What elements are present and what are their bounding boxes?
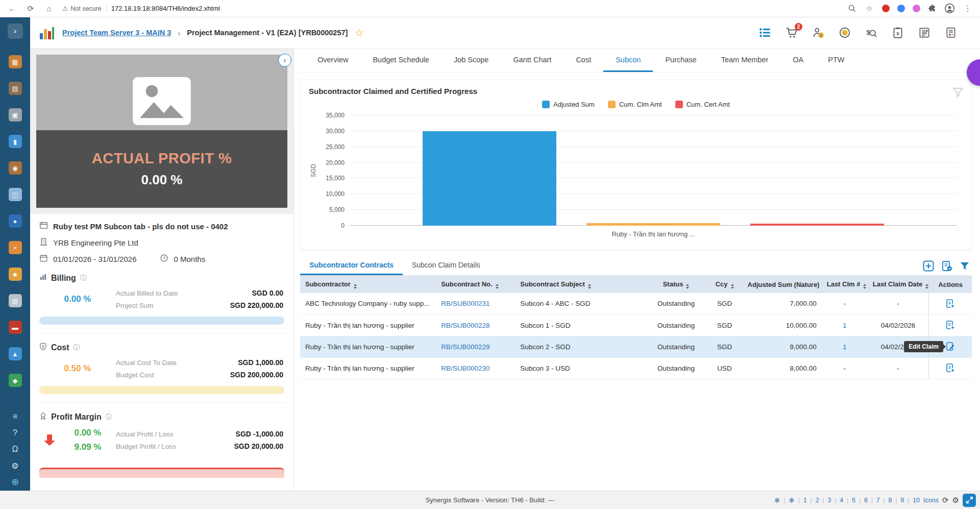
user-finance-icon[interactable]: $ bbox=[812, 26, 825, 39]
folder-icon[interactable]: ◆ bbox=[9, 374, 22, 387]
tab-overview[interactable]: Overview bbox=[305, 49, 360, 72]
add-claim-icon[interactable] bbox=[945, 299, 955, 309]
chart-filter-icon[interactable] bbox=[952, 86, 964, 101]
settings-gear-icon[interactable]: ⚙ bbox=[952, 496, 959, 505]
page-link-3[interactable]: 3 bbox=[827, 497, 831, 504]
apps-icon[interactable]: ● bbox=[9, 214, 22, 228]
page-link-8[interactable]: 8 bbox=[889, 497, 892, 504]
subcontract-link[interactable]: RB/SUB000228 bbox=[441, 322, 489, 329]
tab-subcon-claim-details[interactable]: Subcon Claim Details bbox=[403, 256, 489, 275]
tab-ptw[interactable]: PTW bbox=[816, 49, 856, 72]
zoom-icon[interactable] bbox=[848, 4, 856, 13]
torch-icon[interactable]: ▮ bbox=[9, 135, 22, 148]
page-link-7[interactable]: 7 bbox=[876, 497, 880, 504]
cell-last_clm[interactable]: 1 bbox=[822, 314, 868, 336]
help-icon[interactable]: ? bbox=[9, 427, 21, 439]
col-header-subcontractor[interactable]: Subcontractor bbox=[300, 276, 436, 293]
page-link-10[interactable]: 10 bbox=[913, 497, 920, 504]
legend-item-cum-clm-amt[interactable]: Cum. Clm Amt bbox=[608, 101, 662, 108]
breadcrumb-root-link[interactable]: Project Team Server 3 - MAIN 3 bbox=[62, 29, 171, 37]
address-bar[interactable]: ⚠ Not secure 172.18.19.18:8084/TH6/index… bbox=[62, 5, 220, 12]
package-icon[interactable]: ■ bbox=[9, 268, 22, 281]
snowflake-icon[interactable]: ❄ bbox=[789, 496, 795, 504]
refresh-footer-icon[interactable]: ⟳ bbox=[942, 496, 949, 505]
cell-no[interactable]: RB/SUB000229 bbox=[436, 336, 515, 357]
tab-oa[interactable]: OA bbox=[780, 49, 816, 72]
cart-icon[interactable]: 2 bbox=[785, 26, 798, 39]
page-link-5[interactable]: 5 bbox=[852, 497, 855, 504]
legend-item-cum-cert-amt[interactable]: Cum. Cert Amt bbox=[675, 101, 730, 108]
tab-team-member[interactable]: Team Member bbox=[709, 49, 781, 72]
last-claim-link[interactable]: 1 bbox=[843, 322, 847, 329]
snowflake-icon[interactable]: ❄ bbox=[774, 496, 780, 504]
coin-icon[interactable] bbox=[838, 26, 851, 39]
cell-last_clm[interactable]: 1 bbox=[822, 336, 868, 357]
panel-collapse-button[interactable]: ‹ bbox=[278, 54, 291, 67]
billing-clipboard-icon[interactable]: $ bbox=[891, 26, 904, 39]
page-link-2[interactable]: 2 bbox=[816, 497, 819, 504]
legend-item-adjusted-sum[interactable]: Adjusted Sum bbox=[542, 101, 595, 108]
photos-icon[interactable]: ◫ bbox=[9, 188, 22, 201]
tools-icon[interactable]: × bbox=[9, 241, 22, 254]
extension-red-icon[interactable] bbox=[882, 5, 890, 12]
bookmark-star-icon[interactable]: ☆ bbox=[864, 4, 874, 13]
extension-pink-icon[interactable] bbox=[913, 5, 920, 12]
page-link-4[interactable]: 4 bbox=[840, 497, 843, 504]
profile-icon[interactable] bbox=[944, 3, 955, 14]
subcontract-link[interactable]: RB/SUB000230 bbox=[441, 365, 489, 372]
add-claim-icon[interactable] bbox=[945, 363, 955, 373]
col-header-ccy[interactable]: Ccy bbox=[707, 276, 743, 293]
table-row[interactable]: Ruby - Trần thị lan hương - supplierRB/S… bbox=[300, 314, 972, 336]
last-claim-link[interactable]: 1 bbox=[843, 343, 847, 351]
col-header-status[interactable]: Status bbox=[645, 276, 706, 293]
report-icon[interactable] bbox=[944, 26, 958, 39]
clipboard-icon[interactable]: ▥ bbox=[9, 294, 22, 307]
fullscreen-button[interactable] bbox=[963, 494, 976, 507]
info-icon[interactable]: ⓘ bbox=[74, 343, 80, 352]
dollar-search-icon[interactable]: $ bbox=[865, 26, 878, 39]
info-icon[interactable]: ⓘ bbox=[80, 274, 87, 283]
team-icon[interactable]: ◉ bbox=[9, 161, 22, 175]
news-icon[interactable] bbox=[918, 26, 931, 39]
table-filter-icon[interactable] bbox=[960, 261, 970, 271]
col-header-last-claim-date[interactable]: Last Claim Date bbox=[868, 276, 929, 293]
menu-icon[interactable]: ≡ bbox=[9, 411, 21, 422]
tab-job-scope[interactable]: Job Scope bbox=[442, 49, 501, 72]
icons-link[interactable]: Icons bbox=[923, 497, 939, 504]
favorite-star-icon[interactable]: ☆ bbox=[354, 27, 363, 39]
gear-icon[interactable]: ⚙ bbox=[9, 460, 21, 471]
cell-no[interactable]: RB/SUB000228 bbox=[436, 314, 515, 336]
extension-blue-icon[interactable] bbox=[897, 5, 905, 12]
tab-gantt-chart[interactable]: Gantt Chart bbox=[501, 49, 564, 72]
tab-subcon[interactable]: Subcon bbox=[603, 49, 653, 72]
add-claim-icon[interactable] bbox=[945, 320, 955, 330]
refresh-icon[interactable]: ⟳ bbox=[26, 4, 36, 13]
col-header-actions[interactable]: Actions bbox=[929, 276, 972, 293]
info-icon[interactable]: ⓘ bbox=[106, 413, 112, 422]
tab-purchase[interactable]: Purchase bbox=[653, 49, 708, 72]
page-link-9[interactable]: 9 bbox=[900, 497, 904, 504]
back-icon[interactable]: ← bbox=[7, 4, 17, 13]
col-header-subcontract-no[interactable]: Subcontract No. bbox=[436, 276, 515, 293]
tab-subcontractor-contracts[interactable]: Subcontractor Contracts bbox=[300, 256, 403, 275]
projects-icon[interactable]: ▦ bbox=[9, 55, 22, 68]
table-row[interactable]: ABC Technology Company - ruby supp...RB/… bbox=[300, 293, 972, 314]
globe-icon[interactable]: ⊕ bbox=[9, 476, 21, 488]
add-subcontract-icon[interactable] bbox=[923, 260, 934, 272]
task-list-icon[interactable] bbox=[758, 26, 772, 39]
claims-report-icon[interactable] bbox=[941, 260, 952, 272]
table-row[interactable]: Ruby - Trần thị lan hương - supplierRB/S… bbox=[300, 336, 972, 357]
menu-dots-icon[interactable]: ⋮ bbox=[963, 4, 973, 13]
cart-side-icon[interactable]: ▲ bbox=[9, 347, 22, 360]
subcontract-link[interactable]: RB/SUB000231 bbox=[441, 300, 489, 307]
tab-budget-schedule[interactable]: Budget Schedule bbox=[360, 49, 441, 72]
page-link-6[interactable]: 6 bbox=[864, 497, 868, 504]
sidebar-expand-button[interactable]: › bbox=[8, 23, 23, 39]
col-header-subcontract-subject[interactable]: Subcontract Subject bbox=[515, 276, 645, 293]
tab-cost[interactable]: Cost bbox=[564, 49, 603, 72]
security-status[interactable]: ⚠ Not secure bbox=[62, 5, 102, 12]
home-icon[interactable]: ⌂ bbox=[44, 4, 54, 13]
table-row[interactable]: Ruby - Trần thị lan hương - supplierRB/S… bbox=[300, 357, 972, 379]
col-header-last-clm[interactable]: Last Clm # bbox=[822, 276, 868, 293]
bell-icon[interactable]: Ω bbox=[9, 444, 21, 455]
